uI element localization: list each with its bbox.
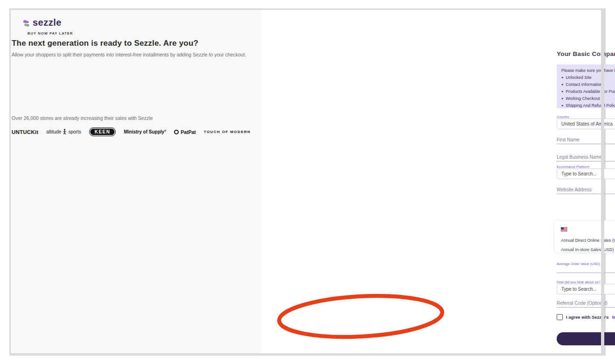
referral-code-placeholder: Referral Code (Optional) [557, 301, 608, 307]
social-proof-text: Over 26,000 stores are already increasin… [12, 115, 245, 121]
legal-business-name-field[interactable]: Legal Business Name [557, 152, 615, 161]
annual-online-sales-text: Annual Direct Online Sales (USD) [561, 238, 615, 243]
sports-text: sports [68, 129, 81, 134]
checklist-item: Shipping And Refund Policies [561, 102, 615, 109]
signup-form-panel: Your Basic Company Information Please ma… [261, 10, 604, 353]
ecommerce-platform-select[interactable]: Type to Search... [557, 168, 615, 179]
hear-about-select[interactable]: Type to Search... [557, 284, 615, 294]
legal-business-name-placeholder: Legal Business Name [557, 154, 602, 161]
website-checklist: Please make sure you have the following … [557, 64, 615, 108]
website-address-field[interactable]: Website Address [557, 185, 615, 194]
hear-about-placeholder: Type to Search... [557, 287, 615, 292]
checklist-item: Products Available For Purchase [561, 88, 615, 95]
website-address-placeholder: Website Address [557, 187, 592, 194]
patpat-text: PatPat [181, 129, 196, 135]
merchant-agreement-link[interactable]: Merchant Agreement. [612, 315, 615, 320]
climber-icon [63, 129, 67, 135]
agreement-row: I agree with Sezzle's Merchant Agreement… [557, 314, 615, 320]
first-name-field[interactable]: First Name [557, 134, 615, 144]
annual-online-sales-row: Annual Direct Online Sales (USD) i [561, 237, 615, 243]
country-toggle-group: United States Canada Both [557, 204, 615, 214]
page-subtitle: Allow your shoppers to split their payme… [12, 52, 250, 57]
altitude-sports-logo: altitude sports [46, 129, 81, 135]
altitude-text: altitude [46, 129, 61, 134]
country-select[interactable]: United States of America [557, 119, 615, 129]
patpat-icon [174, 130, 179, 134]
keen-logo: KEEN [89, 127, 116, 136]
page-title: The next generation is ready to Sezzle. … [12, 39, 254, 48]
countries-question: Using the above URL which countries do y… [557, 198, 615, 203]
agreement-checkbox[interactable] [557, 314, 563, 320]
untuckit-logo: UNTUCKit [12, 129, 38, 135]
checklist-item: Working Checkout [561, 95, 615, 102]
ministry-of-supply-logo: Ministry of Supply° [124, 129, 166, 134]
us-flag-icon [561, 227, 567, 231]
sezzle-logo-icon [22, 19, 30, 27]
patpat-logo: PatPat [174, 129, 196, 135]
marketing-panel: sezzle BUY NOW PAY LATER The next genera… [11, 10, 261, 353]
referral-code-field[interactable]: Referral Code (Optional) [557, 300, 615, 308]
average-order-value-label: Average Order Value (USD) [557, 262, 600, 266]
first-name-placeholder: First Name [557, 137, 580, 144]
country-value: United States of America [557, 121, 615, 126]
sezzle-logo: sezzle [22, 17, 62, 28]
ecommerce-platform-placeholder: Type to Search... [557, 171, 615, 176]
continue-button[interactable]: continue [557, 332, 615, 345]
annual-instore-sales-row: Annual In-store Sales (USD) [561, 246, 615, 252]
annual-online-sales-label: Annual Direct Online Sales (USD) i [561, 238, 615, 243]
checklist-item: Contact Information [561, 81, 615, 88]
scrollbar[interactable] [601, 10, 604, 353]
checklist-item: Unlocked Site [561, 74, 615, 81]
touch-of-modern-logo: TOUCH OF MODERN [204, 130, 251, 134]
brand-tagline: BUY NOW PAY LATER [28, 31, 73, 35]
brand-name: sezzle [33, 17, 62, 28]
form-title: Your Basic Company Information [557, 50, 615, 57]
app-window: sezzle BUY NOW PAY LATER The next genera… [9, 8, 606, 356]
annual-instore-sales-label: Annual In-store Sales (USD) [561, 247, 614, 252]
average-order-value-field[interactable] [557, 266, 615, 273]
checklist-intro: Please make sure you have the following … [561, 68, 615, 73]
us-sales-card: Annual Direct Online Sales (USD) i Annua… [554, 220, 615, 253]
merchant-logos: UNTUCKit altitude sports KEEN Ministry o… [12, 127, 259, 136]
checklist-items: Unlocked Site Contact Information Produc… [561, 74, 615, 109]
